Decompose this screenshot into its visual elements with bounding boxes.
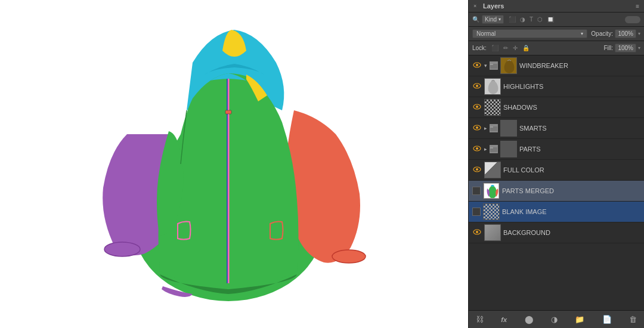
svg-point-12 [476,85,478,87]
svg-rect-9 [490,64,493,65]
lock-image-btn[interactable]: ✏ [502,44,509,52]
new-layer-button[interactable]: 📄 [600,314,614,325]
layer-item-background[interactable]: BACKGROUND [469,222,644,243]
lock-all-btn[interactable]: 🔒 [521,44,531,52]
filter-pixel-icon[interactable]: ⬛ [507,16,517,23]
expand-arrow-parts[interactable]: ▸ [484,146,487,152]
filter-dropdown-arrow: ▾ [499,17,501,22]
lock-position-btn[interactable]: ✛ [512,44,519,52]
svg-point-28 [476,231,478,233]
opacity-value[interactable]: 100% [615,29,636,38]
layer-item-fullcolor[interactable]: FULL COLOR [469,160,644,181]
svg-rect-3 [225,110,231,114]
layer-name-windbreaker: WINDBREAKER [519,62,640,69]
svg-rect-23 [490,147,493,148]
blend-mode-arrow: ▾ [581,31,583,36]
layer-item-blankimage[interactable]: BLANK IMAGE [469,202,644,222]
layer-name-parts: PARTS [519,146,640,153]
panel-menu-button[interactable]: ≡ [636,3,639,10]
blend-mode-dropdown[interactable]: Normal ▾ [472,29,587,38]
folder-icon-windbreaker [490,61,498,70]
jacket-preview [0,0,468,328]
filter-type-icon[interactable]: T [528,16,534,23]
svg-rect-19 [490,126,493,128]
svg-point-7 [476,64,478,66]
layer-thumb-parts [500,141,517,157]
fx-button[interactable]: fx [499,315,509,324]
fill-arrow: ▾ [638,45,640,51]
visibility-eye-shadows[interactable] [472,104,482,111]
svg-point-25 [476,168,478,171]
layer-item-windbreaker[interactable]: ▾ WINDBREAKER [469,55,644,76]
layer-thumb-fullcolor [484,162,501,178]
layers-panel: × Layers ≡ 🔍 Kind ▾ ⬛ ◑ T ⬡ 🔲 Normal ▾ O… [468,0,644,328]
folder-icon-parts [490,145,498,153]
svg-point-5 [332,250,366,263]
layer-item-highlights[interactable]: HIGHLIGHTS [469,76,644,97]
visibility-eye-fullcolor[interactable] [472,166,482,174]
layer-name-partsmerged: PARTS MERGED [502,187,640,194]
fill-value[interactable]: 100% [615,44,636,52]
expand-arrow-windbreaker[interactable]: ▾ [484,63,487,69]
visibility-eye-smarts[interactable] [472,125,482,132]
panel-header: × Layers ≡ [469,0,644,13]
layer-name-highlights: HIGHLIGHTS [503,83,640,90]
layers-list[interactable]: ▾ WINDBREAKER HIGHLIGHTSSHADOWS▸SMARTS▸P… [469,55,644,310]
svg-point-4 [104,242,140,256]
layer-name-shadows: SHADOWS [503,104,640,111]
close-button[interactable]: × [473,3,479,9]
delete-layer-button[interactable]: 🗑 [627,314,639,325]
visibility-eye-highlights[interactable] [472,83,482,90]
lock-transparent-btn[interactable]: ⬛ [490,44,500,52]
lock-row: Lock: ⬛ ✏ ✛ 🔒 Fill: 100% ▾ [469,41,644,55]
link-layers-button[interactable]: ⛓ [473,314,486,325]
layer-name-blankimage: BLANK IMAGE [502,208,640,215]
layer-thumb-smarts [500,120,517,137]
layer-item-smarts[interactable]: ▸SMARTS [469,118,644,139]
svg-point-15 [476,106,478,108]
layer-item-parts[interactable]: ▸PARTS [469,139,644,160]
opacity-group: Opacity: 100% ▾ [591,29,640,38]
filter-icons: ⬛ ◑ T ⬡ 🔲 [507,16,555,23]
filter-toggle[interactable] [625,16,640,23]
add-mask-button[interactable]: ⬤ [522,314,536,325]
layer-thumb-partsmerged [483,182,500,199]
visibility-eye-windbreaker[interactable] [472,62,482,69]
opacity-arrow: ▾ [638,31,640,36]
svg-point-21 [476,147,478,150]
folder-icon-smarts [490,124,498,132]
expand-arrow-smarts[interactable]: ▸ [484,125,487,131]
new-folder-button[interactable]: 📁 [572,314,587,325]
layer-checkbox-blankimage[interactable] [472,208,481,216]
filter-smart-icon[interactable]: 🔲 [546,16,555,23]
fill-group: Fill: 100% ▾ [603,44,640,52]
layer-item-shadows[interactable]: SHADOWS [469,97,644,118]
layer-name-background: BACKGROUND [503,229,640,236]
layer-thumb-shadows [484,99,501,116]
adjustment-button[interactable]: ◑ [549,314,560,325]
visibility-eye-parts[interactable] [472,146,482,153]
layer-name-smarts: SMARTS [519,125,640,132]
layer-thumb-blankimage [483,203,500,220]
search-icon: 🔍 [472,16,479,23]
visibility-eye-background[interactable] [472,229,482,236]
filter-kind-dropdown[interactable]: Kind ▾ [482,15,504,24]
panel-title: Layers [483,2,504,10]
filter-adjust-icon[interactable]: ◑ [519,16,527,23]
layer-thumb-highlights [484,78,501,95]
blend-mode-row: Normal ▾ Opacity: 100% ▾ [469,27,644,41]
filter-shape-icon[interactable]: ⬡ [536,16,544,23]
svg-point-17 [476,126,478,129]
layer-name-fullcolor: FULL COLOR [503,166,640,174]
layer-item-partsmerged[interactable]: PARTS MERGED [469,181,644,202]
layer-thumb-background [484,224,501,241]
filter-row: 🔍 Kind ▾ ⬛ ◑ T ⬡ 🔲 [469,13,644,27]
layer-thumb-windbreaker [500,57,517,74]
panel-footer: ⛓ fx ⬤ ◑ 📁 📄 🗑 [469,310,644,328]
layer-checkbox-partsmerged[interactable] [472,187,481,195]
